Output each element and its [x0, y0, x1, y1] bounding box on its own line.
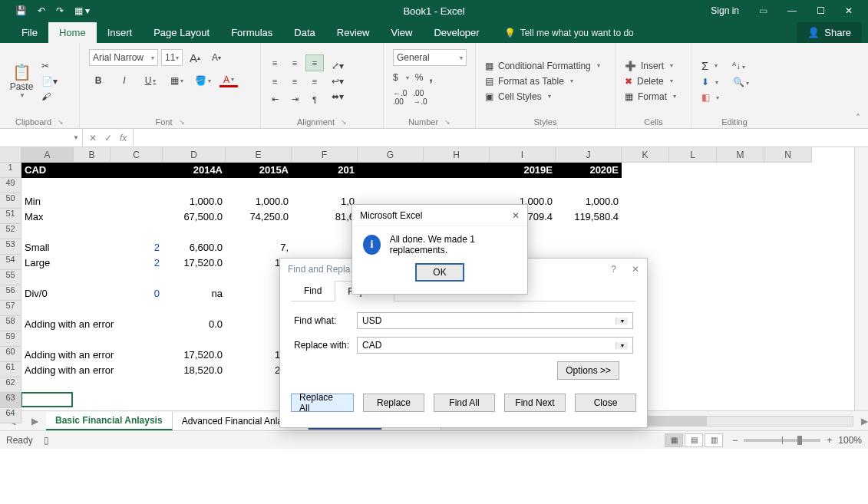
redo-icon[interactable]: ↷	[56, 5, 64, 16]
close-message-icon[interactable]: ✕	[512, 210, 520, 221]
paste-button[interactable]: 📋 Paste ▼	[5, 54, 38, 108]
replace-button[interactable]: Replace	[363, 394, 424, 412]
normal-view-icon[interactable]: ▦	[665, 433, 683, 447]
zoom-level[interactable]: 100%	[838, 435, 862, 446]
increase-decimal-icon[interactable]: ←.0.00	[393, 89, 407, 106]
align-right-icon[interactable]: ≡	[305, 73, 324, 90]
cell[interactable]: 17,520.0	[163, 255, 226, 270]
column-headers[interactable]: ABCDEFGHIJKLMN	[21, 147, 812, 163]
indent-dec-icon[interactable]: ⇤	[266, 91, 284, 108]
row-header[interactable]: 56	[0, 285, 21, 301]
tab-page-layout[interactable]: Page Layout	[143, 22, 220, 43]
page-layout-view-icon[interactable]: ▤	[685, 433, 703, 447]
cell[interactable]: Div/0	[21, 285, 74, 301]
column-header[interactable]: J	[556, 147, 622, 163]
zoom-slider[interactable]	[744, 439, 820, 442]
row-header[interactable]: 58	[0, 316, 21, 331]
row-header[interactable]: 49	[0, 178, 21, 193]
row-header[interactable]: 51	[0, 209, 21, 224]
zoom-in-icon[interactable]: +	[827, 435, 832, 446]
find-next-button[interactable]: Find Next	[504, 394, 566, 412]
find-all-button[interactable]: Find All	[434, 394, 495, 412]
italic-button[interactable]: I	[115, 72, 134, 89]
border-icon[interactable]: ▦▾	[167, 72, 186, 89]
row-header[interactable]: 54	[0, 255, 21, 270]
cell[interactable]: Adding with an error	[21, 316, 163, 331]
launcher-icon[interactable]: ↘	[179, 118, 185, 126]
row-header[interactable]: 64	[0, 408, 21, 423]
launcher-icon[interactable]: ↘	[444, 118, 451, 126]
cell[interactable]: 1,000.0	[226, 193, 292, 209]
row-header[interactable]: 52	[0, 224, 21, 239]
ok-button[interactable]: OK	[415, 263, 464, 282]
tab-insert[interactable]: Insert	[97, 22, 144, 43]
cell[interactable]: 1,000.0	[556, 193, 622, 209]
zoom-out-icon[interactable]: −	[732, 435, 738, 446]
row-header[interactable]: 60	[0, 347, 21, 362]
comma-icon[interactable]: ,	[429, 71, 432, 84]
qat-more-icon[interactable]: ▦ ▾	[74, 5, 90, 16]
sort-filter-icon[interactable]: ᴬ↓▾	[732, 61, 745, 71]
insert-cells-button[interactable]: ➕Insert▾	[625, 61, 676, 71]
wrap-text-icon[interactable]: ↩▾	[332, 76, 344, 87]
conditional-formatting-button[interactable]: ▦Conditional Formatting▾	[485, 61, 600, 71]
clear-button[interactable]: ◧▾	[701, 92, 749, 103]
share-button[interactable]: 👤 Share	[797, 22, 862, 43]
tab-developer[interactable]: Developer	[423, 22, 490, 43]
column-header[interactable]: C	[111, 147, 163, 163]
column-header[interactable]: I	[490, 147, 556, 163]
options-button[interactable]: Options >>	[557, 361, 619, 380]
align-center-icon[interactable]: ≡	[285, 73, 304, 90]
column-header[interactable]: A	[21, 147, 74, 163]
column-header[interactable]: D	[163, 147, 226, 163]
underline-button[interactable]: U▾	[141, 72, 160, 89]
enter-formula-icon[interactable]: ✓	[104, 133, 112, 143]
launcher-icon[interactable]: ↘	[341, 118, 347, 126]
cell[interactable]: Adding with an error	[21, 362, 163, 377]
cell[interactable]: Max	[21, 209, 74, 224]
cell[interactable]: 18,520.0	[163, 362, 226, 377]
fx-icon[interactable]: fx	[120, 133, 127, 143]
row-header[interactable]: 63	[0, 393, 21, 408]
merge-icon[interactable]: ⬌▾	[332, 91, 344, 102]
chevron-down-icon[interactable]: ▾	[616, 318, 628, 324]
help-icon[interactable]: ?	[611, 264, 616, 275]
tab-file[interactable]: File	[11, 22, 48, 43]
number-format-combo[interactable]: General▾	[393, 49, 467, 66]
row-header[interactable]: 57	[0, 301, 21, 316]
grow-font-icon[interactable]: A▴	[186, 49, 204, 66]
ribbon-options-icon[interactable]: ▭	[759, 5, 767, 16]
align-left-icon[interactable]: ≡	[266, 73, 284, 90]
name-box[interactable]: ▼	[0, 129, 83, 147]
column-header[interactable]: E	[226, 147, 292, 163]
cell[interactable]: 1,000.0	[163, 193, 226, 209]
align-top-icon[interactable]: ≡	[266, 54, 284, 71]
select-all-corner[interactable]	[0, 147, 21, 163]
cell[interactable]: 119,580.4	[556, 209, 622, 224]
chevron-down-icon[interactable]: ▾	[616, 342, 628, 349]
bold-button[interactable]: B	[89, 72, 107, 89]
format-painter-icon[interactable]: 🖌	[41, 91, 58, 102]
column-header[interactable]: M	[717, 147, 764, 163]
indent-inc-icon[interactable]: ⇥	[285, 91, 304, 108]
cell[interactable]: Min	[21, 193, 74, 209]
find-select-icon[interactable]: 🔍▾	[733, 77, 749, 87]
close-icon[interactable]: ✕	[845, 5, 853, 16]
row-headers[interactable]: 149505152535455565758596061626364	[0, 163, 21, 423]
column-header[interactable]: B	[74, 147, 111, 163]
font-color-icon[interactable]: A▾	[219, 74, 238, 87]
find-tab[interactable]: Find	[291, 280, 335, 301]
percent-icon[interactable]: %	[415, 72, 424, 83]
vertical-scrollbar[interactable]	[854, 147, 868, 410]
minimize-icon[interactable]: —	[787, 5, 797, 16]
fill-button[interactable]: ⬇▾ 🔍▾	[701, 77, 749, 87]
cell[interactable]: Small	[21, 239, 74, 255]
cell[interactable]: 0	[111, 285, 163, 301]
font-size-combo[interactable]: 11▾	[161, 49, 183, 66]
cell[interactable]: na	[163, 285, 226, 301]
delete-cells-button[interactable]: ✖Delete▾	[625, 76, 676, 87]
cell[interactable]: 17,520.0	[163, 347, 226, 362]
page-break-view-icon[interactable]: ▥	[705, 433, 723, 447]
row-header[interactable]: 1	[0, 163, 21, 178]
cell[interactable]: 74,250.0	[226, 209, 292, 224]
